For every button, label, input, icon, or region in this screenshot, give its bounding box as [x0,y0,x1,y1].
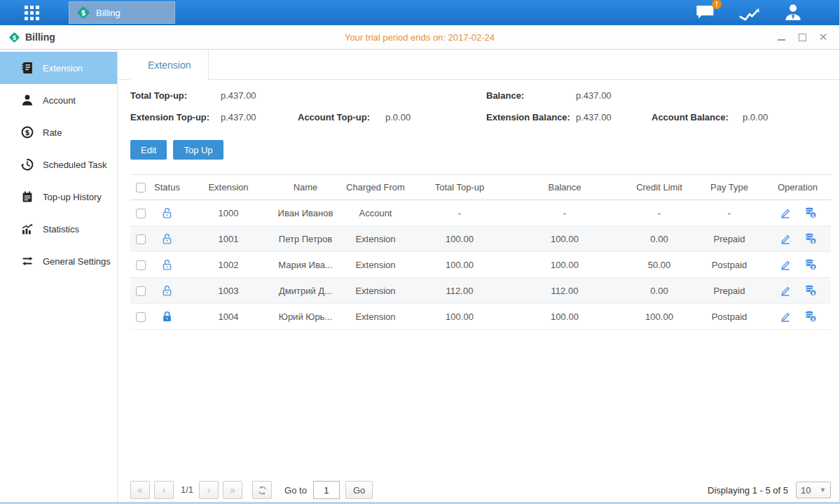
prev-page-button[interactable]: ‹ [154,481,174,499]
taskbar-billing-tab[interactable]: $ Billing [69,1,175,24]
notification-badge: ! [712,0,722,9]
lock-open-icon[interactable] [161,285,173,297]
apps-grid-icon[interactable] [25,6,39,20]
topup-coins-icon[interactable]: $ [804,284,817,297]
row-checkbox[interactable] [136,260,146,270]
cell-credit-limit: 0.00 [624,226,694,252]
statistics-chart-icon [21,223,34,235]
column-header-total-top-up[interactable]: Total Top-up [414,175,505,200]
cell-total-topup: 112.00 [414,278,505,304]
edit-pencil-icon[interactable] [779,206,792,219]
cell-extension: 1000 [183,200,274,226]
extension-book-icon [21,62,34,74]
edit-pencil-icon[interactable] [779,284,792,297]
column-header-extension[interactable]: Extension [183,175,274,200]
extension-topup-label: Extension Top-up: [130,112,209,122]
last-page-button[interactable]: » [223,481,242,499]
column-header-credit-limit[interactable]: Credit Limit [624,175,694,200]
cell-balance: 100.00 [505,226,624,252]
cell-total-topup: 100.00 [414,304,505,330]
tab-extension[interactable]: Extension [130,50,209,80]
cell-pay-type: Prepaid [694,226,764,252]
sidebar-item-label: Scheduled Task [43,160,107,170]
next-page-button[interactable]: › [199,481,219,499]
extension-table: StatusExtensionNameCharged FromTotal Top… [130,174,831,330]
svg-text:$: $ [811,239,814,244]
edit-button[interactable]: Edit [130,140,167,160]
cell-total-topup: 100.00 [414,252,505,278]
minimize-button[interactable] [776,32,786,42]
sidebar-item-extension[interactable]: Extension [0,52,117,84]
select-all-cell [130,175,151,200]
maximize-button[interactable] [797,32,807,42]
top-up-button[interactable]: Top Up [173,140,223,160]
column-header-name[interactable]: Name [274,175,337,200]
column-header-pay-type[interactable]: Pay Type [694,175,764,200]
lock-closed-icon[interactable] [161,311,173,323]
balance-label: Balance: [486,90,524,101]
main-content: Extension Total Top-up: p.437.00 Balance… [118,50,840,504]
checkbox-cell [130,200,151,226]
sidebar-item-general-settings[interactable]: General Settings [0,245,117,277]
svg-text:$: $ [811,265,814,270]
topup-coins-icon[interactable]: $ [804,232,817,245]
goto-page-input[interactable] [313,481,340,499]
reports-chart-icon[interactable] [738,4,761,21]
checkbox-cell [130,304,151,330]
messages-icon[interactable]: ! [695,4,716,21]
table-row: 1003Дмитрий Д...Extension112.00112.000.0… [130,278,831,304]
go-button[interactable]: Go [345,481,373,499]
cell-credit-limit: - [624,200,694,226]
sidebar-item-scheduled-task[interactable]: Scheduled Task [0,148,117,181]
sidebar-item-label: General Settings [43,256,111,267]
lock-open-icon[interactable] [161,259,173,271]
topup-coins-icon[interactable]: $ [804,258,817,271]
cell-charged-from: Extension [337,226,414,252]
first-page-button[interactable]: « [130,481,150,499]
total-topup-label: Total Top-up: [130,90,187,101]
edit-pencil-icon[interactable] [779,232,792,245]
column-header-status[interactable]: Status [151,175,183,200]
edit-pencil-icon[interactable] [779,310,792,323]
cell-charged-from: Extension [337,252,414,278]
cell-balance: 100.00 [505,304,624,330]
column-header-operation[interactable]: Operation [764,175,831,200]
column-header-charged-from[interactable]: Charged From [337,175,414,200]
account-topup-value: p.0.00 [385,112,411,122]
topup-coins-icon[interactable]: $ [804,310,817,323]
lock-open-icon[interactable] [161,233,173,245]
goto-label: Go to [284,485,307,496]
total-topup-value: p.437.00 [221,90,256,101]
svg-text:$: $ [25,129,30,136]
tab-strip: Extension [118,50,840,80]
sidebar-item-top-up-history[interactable]: Top-up History [0,181,117,213]
cell-total-topup: 100.00 [414,226,505,252]
table-row: 1002Мария Ива...Extension100.00100.0050.… [130,252,831,278]
window-title: Billing [25,31,55,43]
cell-status [151,200,183,226]
cell-status [151,226,183,252]
sidebar-item-statistics[interactable]: Statistics [0,213,117,245]
column-header-balance[interactable]: Balance [505,175,624,200]
cell-charged-from: Extension [337,304,414,330]
trial-notice: Your trial period ends on: 2017-02-24 [0,32,839,43]
row-checkbox[interactable] [136,312,146,322]
row-checkbox[interactable] [136,234,146,244]
refresh-button[interactable] [252,481,272,499]
topbar: $ Billing ! [0,0,839,25]
row-checkbox[interactable] [136,286,146,296]
checkbox-cell [130,278,151,304]
cell-status [151,252,183,278]
window-header: $ Billing Your trial period ends on: 201… [0,25,839,50]
select-all-checkbox[interactable] [136,183,146,192]
user-menu-icon[interactable] [783,4,803,22]
page-size-select[interactable]: 10 ▼ [796,482,831,498]
sidebar-item-rate[interactable]: $Rate [0,116,117,148]
sidebar-item-account[interactable]: Account [0,84,117,116]
row-checkbox[interactable] [136,209,146,218]
cell-pay-type: Postpaid [694,252,764,278]
close-button[interactable]: ✕ [818,32,828,42]
lock-open-icon[interactable] [161,207,173,219]
edit-pencil-icon[interactable] [779,258,792,271]
topup-coins-icon[interactable]: $ [804,206,817,219]
